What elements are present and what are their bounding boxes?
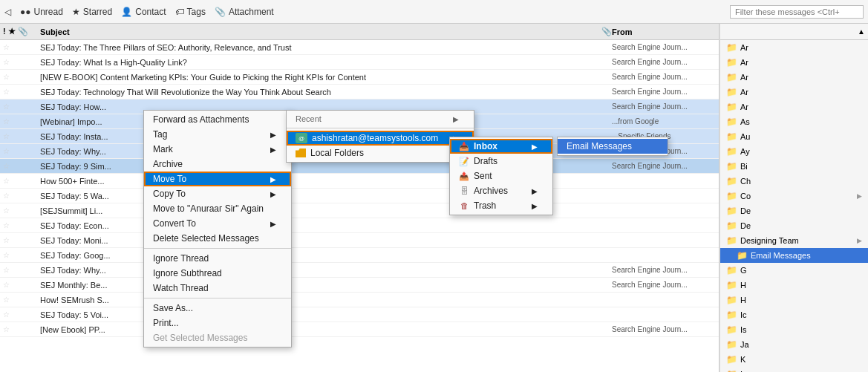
star-flag[interactable]: ☆ — [3, 251, 10, 259]
folder-item[interactable]: 📁 As — [720, 114, 868, 129]
email-row[interactable]: ☆ SEJ Today: Moni... — [0, 233, 719, 248]
star-flag[interactable]: ☆ — [3, 102, 10, 111]
ctx-forward-attachments[interactable]: Forward as Attachments — [144, 112, 291, 127]
folder-item[interactable]: 📁 De — [720, 218, 868, 233]
email-row[interactable]: ☆ SEJ Today: The Three Pillars of SEO: A… — [0, 40, 719, 55]
folder-item[interactable]: 📁 Ay — [720, 144, 868, 159]
email-row[interactable]: ☆ [NEW E-BOOK] Content Marketing KPIs: Y… — [0, 70, 719, 85]
drafts-icon: 📝 — [459, 157, 469, 166]
ctx-mark[interactable]: Mark ▶ — [144, 142, 291, 157]
ctx-delete[interactable]: Delete Selected Messages — [144, 231, 291, 246]
tags-filter[interactable]: 🏷 Tags — [175, 7, 206, 17]
star-flag[interactable]: ☆ — [3, 177, 10, 185]
attachment-filter[interactable]: 📎 Attachment — [215, 7, 274, 17]
email-row[interactable]: ☆ How! SEMrush S... — [0, 293, 719, 307]
ctx-ignore-subthread[interactable]: Ignore Subthread — [144, 266, 291, 281]
star-flag[interactable]: ☆ — [3, 192, 10, 200]
email-row[interactable]: ☆ SEJ Today: Why... Search Engine Journ.… — [0, 263, 719, 278]
ctx-local-folders[interactable]: Local Folders — [287, 146, 474, 160]
ctx-email-messages[interactable]: Email Messages — [558, 139, 668, 154]
context-menu-account-folders[interactable]: 📥 Inbox ▶ 📝 Drafts 📤 Sent 🗄 Archives ▶ 🗑… — [449, 137, 553, 215]
email-row[interactable]: ☆ SEJ Today: Econ... — [0, 218, 719, 233]
email-row[interactable]: ☆ SEJ Today: 5 Wa... — [0, 189, 719, 203]
folder-item[interactable]: 📁 Ar — [720, 40, 868, 55]
ctx-print[interactable]: Print... — [144, 316, 291, 330]
email-row[interactable]: ☆ SEJ Today: What Is a High-Quality Link… — [0, 55, 719, 70]
ctx-save-as[interactable]: Save As... — [144, 301, 291, 316]
star-flag[interactable]: ☆ — [3, 236, 10, 244]
folder-item[interactable]: 📁 K — [720, 352, 868, 367]
email-row[interactable]: ☆ [New Ebook] PP... Search Engine Journ.… — [0, 322, 719, 337]
email-list: ! ★ 📎 Subject 📎 From ☆ SEJ Today: The Th… — [0, 24, 719, 372]
folder-item[interactable]: 📁 Bi — [720, 159, 868, 174]
star-flag[interactable]: ☆ — [3, 58, 10, 66]
folder-item[interactable]: 📁 H — [720, 278, 868, 293]
ctx-sent[interactable]: 📤 Sent — [450, 169, 552, 183]
ctx-ignore-thread[interactable]: Ignore Thread — [144, 251, 291, 266]
context-menu-inbox-sub[interactable]: Email Messages — [557, 137, 668, 156]
ctx-account-item[interactable]: @ ashishratan@teamsystools.com ▶ — [287, 131, 474, 146]
folder-item[interactable]: 📁 Ar — [720, 55, 868, 70]
folder-item[interactable]: 📁 Ar — [720, 85, 868, 99]
ctx-archives[interactable]: 🗄 Archives ▶ — [450, 183, 552, 198]
star-flag[interactable]: ☆ — [3, 73, 10, 81]
folder-item[interactable]: 📁 Ar — [720, 99, 868, 114]
email-row[interactable]: ☆ SEJ Monthly: Be... Search Engine Journ… — [0, 278, 719, 293]
star-flag[interactable]: ☆ — [3, 206, 10, 215]
email-row[interactable]: ☆ [SEJSummit] Li... — [0, 203, 719, 218]
back-button[interactable]: ◁ — [4, 7, 11, 17]
folder-item[interactable]: 📁 Ar — [720, 70, 868, 85]
context-menu-primary[interactable]: Forward as Attachments Tag ▶ Mark ▶ Arch… — [143, 110, 292, 347]
folder-expand-arrow[interactable]: ▶ — [857, 237, 862, 244]
email-row[interactable]: ☆ SEJ Today: Goog... — [0, 248, 719, 263]
ctx-trash[interactable]: 🗑 Trash ▶ — [450, 198, 552, 213]
folder-item[interactable]: 📁 Ja — [720, 337, 868, 352]
ctx-watch-thread[interactable]: Watch Thread — [144, 281, 291, 296]
context-menu-moveto[interactable]: Recent ▶ @ ashishratan@teamsystools.com … — [286, 110, 474, 163]
folder-item[interactable]: 📁 Co ▶ — [720, 189, 868, 203]
folder-item[interactable]: 📁 Iv — [720, 367, 868, 372]
ctx-convert-to[interactable]: Convert To ▶ — [144, 216, 291, 231]
folder-item[interactable]: 📁 Designing Team ▶ — [720, 233, 868, 248]
folder-item[interactable]: 📁 Au — [720, 129, 868, 144]
unread-filter[interactable]: ●● Unread — [20, 7, 63, 17]
star-flag[interactable]: ☆ — [3, 296, 10, 304]
email-row[interactable]: ☆ How 500+ Finte... — [0, 174, 719, 189]
ctx-copy-to[interactable]: Copy To ▶ — [144, 186, 291, 201]
ctx-archive[interactable]: Archive — [144, 157, 291, 172]
star-flag[interactable]: ☆ — [3, 147, 10, 155]
folder-item[interactable]: 📁 Email Messages — [720, 248, 868, 263]
star-flag[interactable]: ☆ — [3, 266, 10, 274]
folder-tree-collapse[interactable]: ▲ — [858, 27, 865, 36]
folder-item[interactable]: 📁 Is — [720, 322, 868, 337]
star-flag[interactable]: ☆ — [3, 88, 10, 96]
folder-item[interactable]: 📁 Ic — [720, 307, 868, 322]
toolbar: ◁ ●● Unread ★ Starred 👤 Contact 🏷 Tags 📎… — [0, 0, 868, 24]
filter-input[interactable] — [730, 5, 864, 19]
email-subject: How! SEMrush S... — [40, 296, 601, 304]
star-flag[interactable]: ☆ — [3, 162, 10, 170]
email-row[interactable]: ☆ SEJ Today: Technology That Will Revolu… — [0, 85, 719, 99]
star-flag[interactable]: ☆ — [3, 310, 10, 319]
star-flag[interactable]: ☆ — [3, 325, 10, 333]
star-flag[interactable]: ☆ — [3, 43, 10, 51]
folder-icon: 📁 — [726, 176, 737, 186]
star-flag[interactable]: ☆ — [3, 281, 10, 289]
folder-expand-arrow[interactable]: ▶ — [857, 192, 862, 200]
folder-item[interactable]: 📁 G — [720, 263, 868, 278]
star-flag[interactable]: ☆ — [3, 221, 10, 229]
email-row[interactable]: ☆ SEJ Today: 5 Voi... — [0, 307, 719, 322]
folder-item[interactable]: 📁 Ch — [720, 174, 868, 189]
ctx-move-to[interactable]: Move To ▶ — [144, 172, 291, 186]
ctx-move-again[interactable]: Move to "Anuraaг Sir" Again — [144, 201, 291, 216]
folder-item[interactable]: 📁 H — [720, 293, 868, 307]
ctx-inbox[interactable]: 📥 Inbox ▶ — [450, 139, 552, 154]
folder-item[interactable]: 📁 De — [720, 203, 868, 218]
star-flag[interactable]: ☆ — [3, 117, 10, 125]
ctx-tag[interactable]: Tag ▶ — [144, 127, 291, 142]
ctx-drafts[interactable]: 📝 Drafts — [450, 154, 552, 169]
email-subject: SEJ Today: 5 Voi... — [40, 310, 601, 319]
contact-filter[interactable]: 👤 Contact — [121, 7, 166, 17]
starred-filter[interactable]: ★ Starred — [72, 7, 112, 17]
star-flag[interactable]: ☆ — [3, 132, 10, 140]
